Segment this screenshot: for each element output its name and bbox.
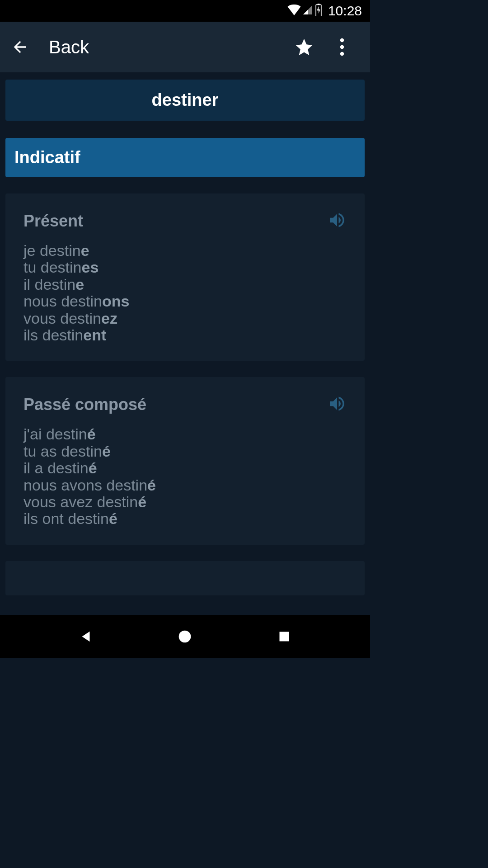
- back-arrow-button[interactable]: [9, 36, 31, 58]
- conj-line: il destine: [23, 276, 347, 293]
- svg-point-4: [340, 52, 344, 56]
- play-audio-button[interactable]: [328, 211, 347, 231]
- app-bar: Back: [0, 22, 370, 72]
- tense-card: Passé composé j'ai destiné tu as destiné…: [5, 377, 365, 544]
- conj-line: nous avons destiné: [23, 477, 347, 494]
- battery-charging-icon: [314, 4, 323, 18]
- status-time: 10:28: [328, 3, 362, 19]
- conj-line: tu destines: [23, 259, 347, 276]
- verb-banner: destiner: [5, 80, 365, 121]
- status-bar: 10:28: [0, 0, 370, 22]
- tense-card-peek: [5, 561, 365, 595]
- android-nav-bar: [0, 615, 370, 658]
- conj-line: ils destinent: [23, 327, 347, 344]
- wifi-icon: [287, 5, 301, 17]
- svg-point-2: [340, 38, 344, 42]
- conj-line: vous avez destiné: [23, 494, 347, 510]
- circle-home-icon: [178, 629, 192, 644]
- nav-home-button[interactable]: [174, 626, 196, 647]
- conj-line: nous destinons: [23, 293, 347, 310]
- nav-recent-button[interactable]: [273, 626, 295, 647]
- page-title: Back: [49, 37, 89, 57]
- verb-title: destiner: [152, 90, 219, 109]
- triangle-back-icon: [78, 629, 94, 644]
- svg-point-3: [340, 45, 344, 49]
- conj-line: ils ont destiné: [23, 510, 347, 527]
- svg-rect-1: [318, 4, 320, 5]
- tense-card: Présent je destine tu destines il destin…: [5, 193, 365, 361]
- mood-title: Indicatif: [14, 148, 80, 167]
- speaker-icon: [328, 394, 347, 413]
- content: destiner Indicatif Présent je destine tu…: [0, 72, 370, 603]
- more-vert-icon: [339, 38, 345, 56]
- conj-line: je destine: [23, 242, 347, 259]
- play-audio-button[interactable]: [328, 394, 347, 415]
- tense-title: Passé composé: [23, 395, 146, 414]
- conj-line: vous destinez: [23, 310, 347, 327]
- mood-banner: Indicatif: [5, 138, 365, 177]
- more-button[interactable]: [331, 36, 353, 58]
- signal-icon: [302, 5, 314, 17]
- speaker-icon: [328, 211, 347, 230]
- status-icons: [287, 4, 323, 18]
- star-icon: [294, 37, 314, 57]
- arrow-left-icon: [11, 38, 29, 56]
- svg-point-5: [179, 631, 191, 643]
- conj-line: il a destiné: [23, 460, 347, 476]
- conj-line: j'ai destiné: [23, 426, 347, 443]
- favorite-button[interactable]: [293, 36, 315, 58]
- conj-line: tu as destiné: [23, 443, 347, 460]
- square-recent-icon: [278, 630, 291, 643]
- svg-rect-6: [280, 632, 289, 642]
- tense-title: Présent: [23, 212, 83, 231]
- nav-back-button[interactable]: [75, 626, 97, 647]
